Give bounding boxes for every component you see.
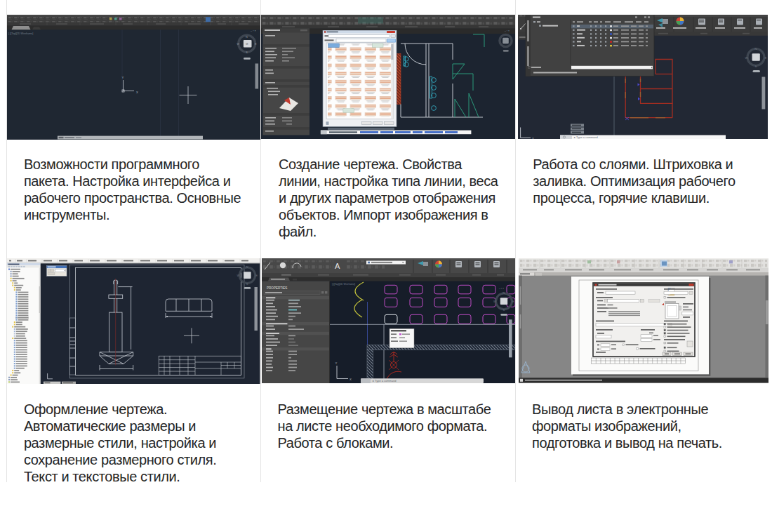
svg-text:S: S (246, 282, 248, 286)
svg-text:E: E (765, 55, 767, 59)
svg-text:X: X (350, 378, 352, 381)
svg-text:SE: SE (246, 43, 248, 46)
svg-text:PROPERTIES: PROPERTIES (267, 286, 287, 290)
svg-text:W: W (237, 274, 239, 277)
svg-text:E: E (255, 274, 258, 277)
svg-text:S: S (503, 308, 505, 312)
svg-text:N: N (503, 291, 505, 295)
svg-text:S: S (754, 65, 757, 68)
svg-text:‒ ▫ ×: ‒ ▫ × (505, 29, 510, 32)
svg-text:E: E (512, 300, 514, 303)
svg-text:Y: Y (335, 361, 338, 365)
svg-text:X: X (136, 90, 138, 93)
svg-text:Y: Y (122, 76, 124, 79)
svg-text:X: X (532, 136, 534, 139)
svg-text:W: W (493, 300, 496, 303)
svg-text:▸ Type a command: ▸ Type a command (574, 135, 598, 139)
svg-text:A: A (335, 262, 340, 270)
svg-text:‒ ▫ ×: ‒ ▫ × (251, 29, 256, 32)
svg-text:N: N (246, 35, 248, 38)
svg-text:N: N (754, 46, 757, 50)
svg-text:N: N (246, 265, 248, 269)
svg-text:[-][Top][2D Wireframe]: [-][Top][2D Wireframe] (332, 283, 355, 286)
svg-text:▸ Type a command: ▸ Type a command (373, 379, 397, 383)
svg-text:W: W (237, 43, 240, 46)
svg-text:[-][Top][2D Wireframe]: [-][Top][2D Wireframe] (8, 32, 33, 34)
svg-text:‒ ▫ ×: ‒ ▫ × (499, 287, 504, 290)
